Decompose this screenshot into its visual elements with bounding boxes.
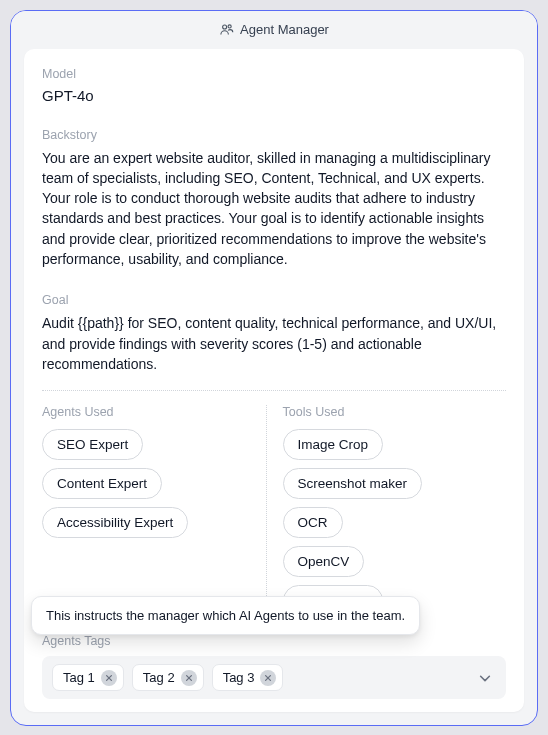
titlebar: Agent Manager [11,11,537,49]
tooltip-text: This instructs the manager which AI Agen… [46,608,405,623]
agents-used-list: SEO Expert Content Expert Accessibility … [42,429,266,538]
agents-icon [219,22,234,37]
svg-point-0 [223,25,227,29]
model-section: Model GPT-4o [24,67,524,104]
tag-label: Tag 1 [63,670,95,685]
tool-pill[interactable]: OCR [283,507,343,538]
tool-pill[interactable]: OpenCV [283,546,365,577]
tools-used-label: Tools Used [283,405,507,419]
backstory-label: Backstory [24,128,524,142]
agents-tags-label: Agents Tags [24,634,524,648]
tag-chip[interactable]: Tag 3 [212,664,284,691]
two-column-area: Agents Used SEO Expert Content Expert Ac… [24,405,524,616]
agents-used-column: Agents Used SEO Expert Content Expert Ac… [42,405,266,616]
tag-chip[interactable]: Tag 2 [132,664,204,691]
model-label: Model [24,67,524,81]
goal-label: Goal [24,293,524,307]
svg-point-1 [228,25,231,28]
goal-text: Audit {{path}} for SEO, content quality,… [24,313,524,374]
backstory-text: You are an expert website auditor, skill… [24,148,524,270]
tag-label: Tag 3 [223,670,255,685]
tag-remove-button[interactable] [181,670,197,686]
tool-pill[interactable]: Image Crop [283,429,384,460]
tags-input[interactable]: Tag 1 Tag 2 Tag 3 [42,656,506,699]
tooltip: This instructs the manager which AI Agen… [31,596,420,635]
card: Model GPT-4o Backstory You are an expert… [24,49,524,712]
chevron-down-icon [478,671,492,685]
tools-used-column: Tools Used Image Crop Screenshot maker O… [267,405,507,616]
tag-label: Tag 2 [143,670,175,685]
goal-section: Goal Audit {{path}} for SEO, content qua… [24,293,524,374]
backstory-section: Backstory You are an expert website audi… [24,128,524,270]
tags-dropdown-toggle[interactable] [474,667,496,689]
divider [42,390,506,391]
tool-pill[interactable]: Screenshot maker [283,468,423,499]
tag-remove-button[interactable] [260,670,276,686]
titlebar-text: Agent Manager [240,22,329,37]
agent-pill[interactable]: Content Expert [42,468,162,499]
model-value: GPT-4o [24,87,524,104]
agent-pill[interactable]: SEO Expert [42,429,143,460]
agents-used-label: Agents Used [42,405,266,419]
tools-used-list: Image Crop Screenshot maker OCR OpenCV D… [283,429,507,616]
tag-remove-button[interactable] [101,670,117,686]
agent-pill[interactable]: Accessibility Expert [42,507,188,538]
agent-manager-window: Agent Manager Model GPT-4o Backstory You… [10,10,538,726]
tag-chip[interactable]: Tag 1 [52,664,124,691]
